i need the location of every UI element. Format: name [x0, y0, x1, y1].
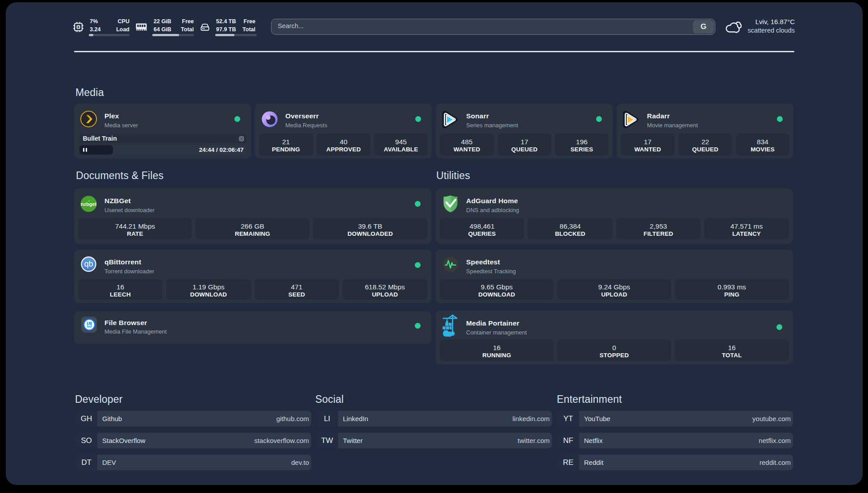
svg-text:qb: qb [84, 259, 93, 268]
svg-text:nzbget: nzbget [81, 201, 97, 207]
